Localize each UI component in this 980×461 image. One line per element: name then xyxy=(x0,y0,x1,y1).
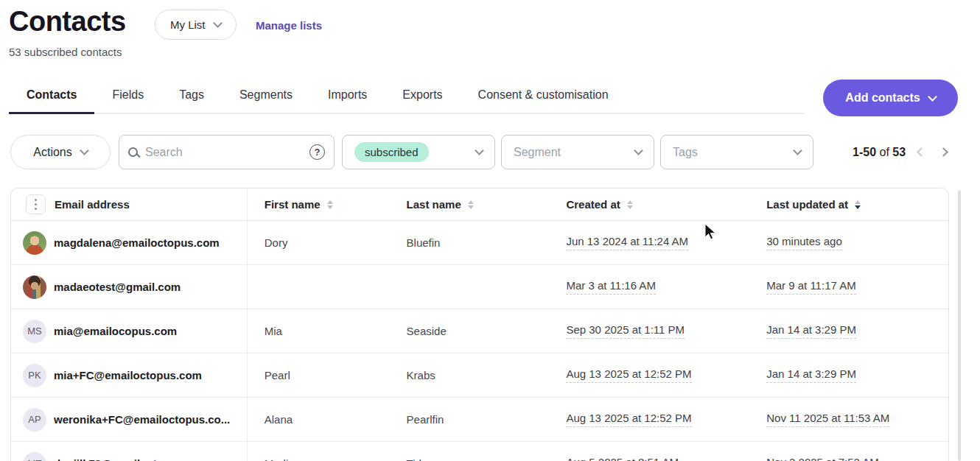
created-at-cell: Mar 3 at 11:16 AM xyxy=(549,265,749,309)
search-box: ? xyxy=(119,135,335,169)
chevron-down-icon xyxy=(475,146,484,155)
manage-lists-link[interactable]: Manage lists xyxy=(256,19,322,32)
chevron-down-icon xyxy=(634,146,643,155)
contact-last-name: Krabs xyxy=(407,369,435,381)
chevron-down-icon xyxy=(793,146,802,155)
email-cell: AP weronika+FC@emailoctopus.co... xyxy=(11,398,248,441)
updated-at-cell: Jan 14 at 3:29 PM xyxy=(749,353,948,397)
tab-contacts[interactable]: Contacts xyxy=(9,80,94,114)
table-row[interactable]: AP weronika+FC@emailoctopus.co... Alana … xyxy=(11,398,948,442)
contact-email: mia@emailocopus.com xyxy=(54,325,177,337)
last-name-cell: Bluefin xyxy=(390,221,550,264)
contact-updated-at[interactable]: Nov 11 2025 at 11:53 AM xyxy=(766,412,889,427)
avatar-initials: MS xyxy=(23,320,46,343)
pagination-count: 1-50 of 53 xyxy=(853,146,906,159)
table-row[interactable]: MS mia@emailocopus.com Mia Seaside Sep 3… xyxy=(11,309,948,353)
sort-icon xyxy=(327,200,333,209)
tab-consent-customisation[interactable]: Consent & customisation xyxy=(461,80,626,114)
created-at-cell: Jun 13 2024 at 11:24 AM xyxy=(549,221,749,264)
pagination: 1-50 of 53 xyxy=(853,135,960,169)
header-created-at[interactable]: Created at xyxy=(549,189,749,220)
segment-filter-dropdown[interactable]: Segment xyxy=(501,135,654,169)
pagination-total: 53 xyxy=(892,146,906,158)
first-name-cell: Dory xyxy=(248,221,390,264)
search-icon xyxy=(128,147,138,157)
contact-last-name: Tide xyxy=(407,457,428,461)
contact-created-at[interactable]: Jun 13 2024 at 11:24 AM xyxy=(566,235,688,250)
header-label: First name xyxy=(265,198,321,211)
contact-last-name: Bluefin xyxy=(407,236,441,249)
avatar-initials: PK xyxy=(23,364,46,387)
created-at-cell: Aug 5 2025 at 8:51 AM xyxy=(549,442,749,461)
contact-email: magdalena@emailoctopus.com xyxy=(54,236,220,249)
add-contacts-button[interactable]: Add contacts xyxy=(823,80,958,116)
sort-icon-active-desc xyxy=(855,200,861,209)
status-filter-dropdown[interactable]: subscribed xyxy=(342,135,495,169)
segment-placeholder: Segment xyxy=(514,146,561,159)
contact-last-name: Pearlfin xyxy=(407,413,444,426)
header-first-name[interactable]: First name xyxy=(248,189,390,220)
vertical-scrollbar[interactable] xyxy=(958,190,961,461)
table-row[interactable]: MT daniilk78@emailoctopus.com Marlin Tid… xyxy=(11,442,948,461)
tab-imports[interactable]: Imports xyxy=(310,80,385,114)
contact-created-at[interactable]: Aug 13 2025 at 12:52 PM xyxy=(566,412,691,427)
header-label: Last name xyxy=(407,198,461,211)
table-row[interactable]: madaeotest@gmail.com Mar 3 at 11:16 AM M… xyxy=(11,265,948,309)
add-contacts-label: Add contacts xyxy=(845,91,920,105)
table-header-row: Email address First name Last name Creat… xyxy=(11,189,948,221)
first-name-cell: Pearl xyxy=(248,353,390,397)
avatar-photo xyxy=(23,275,46,299)
page-title: Contacts xyxy=(9,6,126,38)
subscribed-count-text: 53 subscribed contacts xyxy=(9,46,122,58)
tab-exports[interactable]: Exports xyxy=(385,80,460,114)
email-cell: madaeotest@gmail.com xyxy=(11,265,248,309)
chevron-down-icon xyxy=(80,146,89,155)
avatar-initials: AP xyxy=(23,408,46,432)
header-last-name[interactable]: Last name xyxy=(390,189,550,220)
header-label: Email address xyxy=(55,198,130,211)
contact-updated-at[interactable]: Jan 14 at 3:29 PM xyxy=(766,323,856,339)
contact-first-name: Mia xyxy=(265,325,282,337)
search-help-icon[interactable]: ? xyxy=(309,144,325,160)
contacts-table: Email address First name Last name Creat… xyxy=(10,188,949,461)
updated-at-cell: Nov 3 2025 at 7:52 AM xyxy=(749,442,948,461)
header-last-updated-at[interactable]: Last updated at xyxy=(749,189,948,220)
list-selector-dropdown[interactable]: My List xyxy=(155,10,237,40)
created-at-cell: Sep 30 2025 at 1:11 PM xyxy=(549,309,749,353)
created-at-cell: Aug 13 2025 at 12:52 PM xyxy=(549,398,749,441)
contact-last-name: Seaside xyxy=(407,325,447,337)
updated-at-cell: 30 minutes ago xyxy=(749,221,948,264)
contact-created-at[interactable]: Aug 13 2025 at 12:52 PM xyxy=(566,367,691,383)
contact-updated-at[interactable]: Nov 3 2025 at 7:52 AM xyxy=(766,456,879,461)
contact-first-name: Alana xyxy=(265,413,293,426)
actions-label: Actions xyxy=(33,146,71,159)
contact-updated-at[interactable]: Jan 14 at 3:29 PM xyxy=(766,367,856,383)
table-row[interactable]: magdalena@emailoctopus.com Dory Bluefin … xyxy=(11,221,948,265)
chevron-down-icon xyxy=(213,18,223,28)
actions-dropdown-button[interactable]: Actions xyxy=(10,135,111,169)
tab-tags[interactable]: Tags xyxy=(161,80,222,114)
column-options-button[interactable] xyxy=(26,194,46,214)
last-name-cell xyxy=(390,265,550,309)
contact-created-at[interactable]: Aug 5 2025 at 8:51 AM xyxy=(566,456,679,461)
contact-created-at[interactable]: Mar 3 at 11:16 AM xyxy=(566,279,655,295)
contact-created-at[interactable]: Sep 30 2025 at 1:11 PM xyxy=(566,323,685,339)
table-row[interactable]: PK mia+FC@emailoctopus.com Pearl Krabs A… xyxy=(11,353,948,398)
tags-filter-dropdown[interactable]: Tags xyxy=(660,135,813,169)
email-cell: MS mia@emailocopus.com xyxy=(11,309,248,353)
contact-email: daniilk78@emailoctopus.com xyxy=(54,457,209,461)
tab-fields[interactable]: Fields xyxy=(94,80,161,114)
created-at-cell: Aug 13 2025 at 12:52 PM xyxy=(549,353,749,397)
next-page-button[interactable] xyxy=(932,141,954,163)
contact-updated-at[interactable]: Mar 9 at 11:17 AM xyxy=(766,279,855,295)
kebab-icon xyxy=(35,199,37,210)
contact-email: mia+FC@emailoctopus.com xyxy=(54,369,202,381)
tab-segments[interactable]: Segments xyxy=(222,80,310,114)
contact-updated-at[interactable]: 30 minutes ago xyxy=(766,235,842,250)
tags-placeholder: Tags xyxy=(673,146,698,159)
tabs: Contacts Fields Tags Segments Imports Ex… xyxy=(9,80,804,114)
previous-page-button[interactable] xyxy=(910,141,932,163)
table-body: magdalena@emailoctopus.com Dory Bluefin … xyxy=(11,221,948,461)
header-email-address: Email address xyxy=(11,189,248,220)
search-input[interactable] xyxy=(145,146,302,159)
